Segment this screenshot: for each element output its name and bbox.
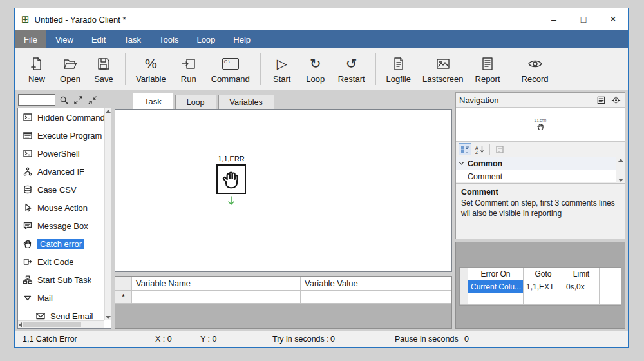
error-on-header[interactable]: Error On (468, 268, 524, 280)
scrollbar-thumb[interactable] (23, 322, 81, 327)
sidebar-item-hidden-command[interactable]: Hidden Command (18, 108, 104, 126)
sidebar-item-advanced-if[interactable]: Advanced IF (18, 162, 104, 180)
command-sidebar: Hidden Command Execute Program PowerShel… (17, 92, 111, 329)
sidebar-item-powershell[interactable]: PowerShell (18, 144, 104, 162)
open-button[interactable]: Open (53, 53, 87, 86)
save-button[interactable]: Save (87, 53, 120, 86)
new-button[interactable]: New (20, 53, 53, 86)
restart-button[interactable]: ↺ Restart (332, 53, 371, 86)
exit-arrow-icon (22, 257, 33, 268)
tab-loop[interactable]: Loop (175, 95, 216, 109)
scroll-left-icon[interactable] (19, 322, 22, 327)
variable-name-cell[interactable] (132, 291, 301, 304)
sidebar-item-mouse-action[interactable]: Mouse Action (18, 199, 104, 217)
catch-error-step[interactable] (216, 164, 246, 194)
command-button[interactable]: C:\_ Command (205, 53, 256, 86)
sidebar-item-catch-error[interactable]: Catch error (18, 235, 104, 253)
minimize-button[interactable]: – (539, 8, 569, 30)
collapse-all-icon[interactable] (86, 94, 98, 106)
variable-value-header[interactable]: Variable Value (301, 277, 451, 291)
scroll-down-icon[interactable] (618, 179, 623, 182)
variable-button[interactable]: % Variable (130, 53, 172, 86)
search-input[interactable] (18, 94, 55, 106)
status-step: 1,1 Catch Error (23, 335, 77, 344)
property-pages-icon (493, 143, 506, 155)
status-bar: 1,1 Catch Error X : 0 Y : 0 Try in secon… (15, 331, 628, 347)
scroll-up-icon[interactable] (618, 159, 623, 162)
expand-all-icon[interactable] (72, 94, 84, 106)
sidebar-item-exit-code[interactable]: Exit Code (18, 253, 104, 271)
program-window-icon (22, 130, 33, 141)
menu-view[interactable]: View (46, 30, 82, 48)
logfile-button[interactable]: Logfile (381, 53, 417, 86)
menu-loop[interactable]: Loop (187, 30, 224, 48)
error-grid: Error On Goto Limit Current Colu... 1,1,… (459, 267, 621, 306)
chevron-down-icon (459, 161, 464, 166)
close-button[interactable]: × (598, 8, 628, 30)
error-grid-row: Current Colu... 1,1,EXT 0s,0x (460, 280, 621, 293)
limit-cell[interactable]: 0s,0x (564, 280, 600, 293)
goto-header[interactable]: Goto (524, 268, 564, 280)
window-title: Untitled - Yarado Client * (35, 15, 126, 24)
sidebar-item-execute-program[interactable]: Execute Program (18, 126, 104, 144)
toolbar-separator (125, 53, 126, 85)
menu-edit[interactable]: Edit (82, 30, 115, 48)
variables-new-row: * (115, 291, 451, 304)
search-icon[interactable] (58, 94, 70, 106)
status-try-value: 0 (330, 335, 335, 344)
start-button[interactable]: ▷ Start (265, 53, 299, 86)
record-button[interactable]: Record (516, 53, 554, 86)
floppy-disk-icon (93, 55, 115, 73)
new-row-marker: * (115, 291, 132, 304)
navigation-title: Navigation (459, 95, 498, 105)
menu-task[interactable]: Task (115, 30, 150, 48)
restart-arrow-icon: ↺ (341, 55, 363, 73)
lastscreen-button[interactable]: Lastscreen (417, 53, 469, 86)
loop-button[interactable]: ↻ Loop (299, 53, 332, 86)
row-selector-header (460, 268, 468, 280)
navigation-thumbnail[interactable]: 1,1,ERR (456, 107, 625, 142)
task-canvas[interactable]: 1,1,ERR (115, 109, 452, 272)
run-button[interactable]: Run (172, 53, 205, 86)
tab-task[interactable]: Task (133, 93, 173, 109)
sidebar-vertical-scrollbar[interactable] (104, 108, 111, 320)
speech-bubble-icon (22, 220, 33, 231)
scroll-down-icon[interactable] (106, 316, 111, 319)
variables-header-row: Variable Name Variable Value (115, 277, 451, 291)
categorized-view-icon[interactable] (459, 143, 471, 155)
alphabetical-sort-icon[interactable]: AZ (473, 143, 486, 155)
maximize-button[interactable]: □ (569, 8, 598, 30)
variable-value-cell[interactable] (301, 291, 451, 304)
sidebar-item-case-csv[interactable]: Case CSV (18, 180, 104, 199)
toolbar-separator (511, 53, 511, 85)
envelope-icon (35, 311, 46, 321)
sidebar-item-send-email[interactable]: Send Email (18, 307, 104, 320)
property-row-comment[interactable]: Comment (456, 170, 616, 183)
command-prompt-icon: C:\_ (220, 55, 242, 73)
sidebar-item-mail[interactable]: Mail (18, 289, 104, 307)
row-selector[interactable] (460, 280, 468, 293)
menu-tools[interactable]: Tools (150, 30, 187, 48)
menu-file[interactable]: File (15, 30, 46, 48)
variable-name-header[interactable]: Variable Name (132, 277, 301, 291)
limit-header[interactable]: Limit (564, 268, 600, 280)
tab-variables[interactable]: Variables (218, 95, 274, 109)
scroll-up-icon[interactable] (106, 110, 111, 113)
goto-cell[interactable]: 1,1,EXT (524, 280, 564, 293)
filler-header (600, 268, 621, 280)
eye-icon (524, 55, 546, 73)
property-category-common[interactable]: Common (456, 157, 616, 170)
sidebar-item-start-sub-task[interactable]: Start Sub Task (18, 271, 104, 289)
status-try-label: Try in seconds : (272, 335, 329, 344)
property-grid-scrollbar[interactable] (616, 157, 625, 183)
menu-help[interactable]: Help (224, 30, 260, 48)
task-step-node[interactable]: 1,1,ERR (211, 155, 252, 208)
right-panel: Navigation 1,1,ERR (455, 92, 625, 329)
sidebar-horizontal-scrollbar[interactable] (18, 320, 104, 328)
error-on-cell[interactable]: Current Colu... (468, 280, 524, 293)
step-label: 1,1,ERR (211, 155, 252, 162)
report-button[interactable]: Report (469, 53, 506, 86)
navigation-locate-icon[interactable] (610, 94, 621, 106)
sidebar-item-message-box[interactable]: Message Box (18, 217, 104, 235)
navigation-list-icon[interactable] (595, 94, 607, 106)
